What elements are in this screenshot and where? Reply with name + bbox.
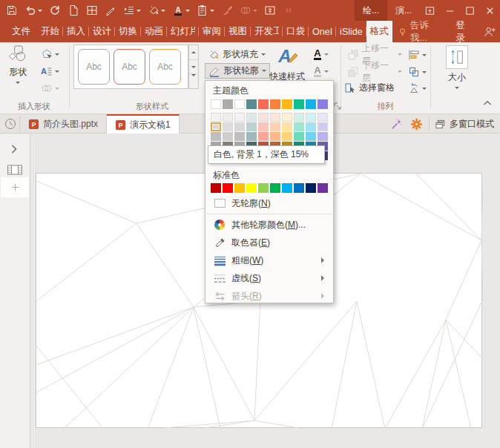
color-swatch[interactable] [234,183,245,193]
brush-pen-icon[interactable] [105,4,116,16]
color-swatch[interactable] [294,132,304,141]
color-swatch[interactable] [282,99,292,109]
document-tab-0[interactable]: P简介头图.pptx [20,114,107,134]
gallery-scroll-down[interactable] [189,60,198,75]
color-swatch[interactable] [318,122,328,131]
color-swatch[interactable] [223,113,233,122]
color-swatch[interactable] [282,122,292,131]
ribbon-tab-8[interactable]: 视图 [225,21,251,42]
color-swatch[interactable] [223,122,233,131]
color-swatch[interactable] [234,132,245,141]
color-swatch[interactable] [306,113,316,122]
color-swatch[interactable] [282,183,292,193]
color-swatch[interactable] [246,132,257,141]
ribbon-tab-5[interactable]: 动画 [141,21,167,42]
ribbon-tab-0[interactable]: 文件 [5,21,37,42]
color-swatch[interactable] [282,113,292,122]
shape-styles-dialog-launcher[interactable] [333,102,342,111]
color-swatch[interactable] [318,113,328,122]
color-swatch[interactable] [282,132,292,141]
color-swatch[interactable] [306,122,316,131]
color-swatch[interactable] [318,132,328,141]
color-swatch[interactable] [270,183,280,193]
color-swatch[interactable] [270,132,280,141]
color-swatch[interactable] [211,183,221,193]
paste-icon[interactable] [197,4,214,16]
ribbon-tab-6[interactable]: 幻灯片 [167,21,199,42]
multi-window-mode-button[interactable]: 多窗口模式 [435,118,497,131]
color-swatch[interactable] [246,113,257,122]
color-swatch[interactable] [246,99,257,109]
fit-window-icon[interactable] [264,4,276,16]
sign-in-button[interactable]: 登录 [449,21,480,42]
color-swatch[interactable] [223,99,233,109]
color-swatch[interactable] [270,99,280,109]
document-tab-1[interactable]: P演示文稿1 [107,114,180,134]
slide-grid-icon[interactable] [86,4,98,16]
color-swatch[interactable] [294,113,304,122]
rotate-button[interactable] [404,80,430,96]
tell-me-button[interactable]: 告诉我... [392,21,450,42]
color-swatch[interactable] [246,122,257,131]
minimize-button[interactable] [440,0,460,21]
new-slide-button[interactable] [1,177,29,197]
gallery-more-button[interactable] [189,74,198,88]
slide-thumbnail-icon[interactable] [7,164,23,176]
undo-icon[interactable] [24,4,42,16]
gallery-scroll-up[interactable] [189,45,198,60]
menu-item-weight[interactable]: 粗细(W) [205,251,333,269]
menu-item-more-outline-colors[interactable]: 其他轮廓颜色(M)... [205,216,333,234]
color-swatch[interactable] [258,99,269,109]
ribbon-tab-13[interactable]: 格式 [366,21,392,42]
ribbon-tab-7[interactable]: 审阅 [199,21,225,42]
color-swatch[interactable] [306,99,316,109]
gear-icon[interactable] [409,116,424,131]
color-swatch[interactable] [223,132,233,141]
color-swatch[interactable] [294,99,304,109]
color-swatch[interactable] [258,183,269,193]
close-button[interactable] [480,0,500,21]
color-swatch[interactable] [306,132,316,141]
save-icon[interactable] [6,4,18,16]
redo-icon[interactable] [49,4,61,16]
gallery-scrollbar[interactable] [188,45,199,89]
color-swatch[interactable] [258,132,269,141]
color-swatch[interactable] [306,183,316,193]
ribbon-tab-3[interactable]: 设计 [89,21,115,42]
contextual-tab-group-label[interactable]: 绘... [355,0,387,21]
color-swatch[interactable] [234,113,245,122]
size-button[interactable]: 大小 [439,45,475,91]
shapes-button[interactable]: 形状 [3,45,33,86]
group-objects-button[interactable] [404,64,430,79]
maximize-button[interactable] [460,0,480,21]
color-swatch[interactable] [211,113,221,122]
color-swatch[interactable] [294,183,304,193]
collapse-ribbon-button[interactable] [483,100,495,109]
color-swatch[interactable] [234,99,245,109]
ribbon-tab-1[interactable]: 开始 [37,21,63,42]
color-swatch[interactable] [294,122,304,131]
magic-wand-icon[interactable] [389,116,404,131]
color-swatch[interactable] [258,122,269,131]
ribbon-tab-11[interactable]: OneI [309,21,336,42]
text-box-button[interactable]: A [35,63,65,79]
shape-style-chip[interactable]: Abc [78,49,110,85]
selection-pane-button[interactable]: 选择窗格 [341,80,402,96]
history-icon[interactable] [4,117,17,131]
expand-panel-chevron-icon[interactable] [11,145,17,154]
edit-shape-button[interactable] [35,46,65,62]
align-button[interactable] [404,47,430,62]
color-swatch[interactable] [211,132,221,141]
fill-bucket-icon[interactable] [148,4,165,16]
account-button[interactable] [480,21,500,42]
color-swatch[interactable] [211,99,221,109]
color-swatch[interactable] [270,113,280,122]
shape-fill-button[interactable]: 形状填充 [205,47,270,62]
color-swatch[interactable] [318,99,328,109]
shape-style-chip[interactable]: Abc [114,49,145,85]
ribbon-tab-4[interactable]: 切换 [115,21,141,42]
ribbon-tab-12[interactable]: iSlide [336,21,366,42]
text-outline-button[interactable]: A [308,64,335,79]
menu-item-dashes[interactable]: 虚线(S) [205,269,333,287]
ribbon-tab-9[interactable]: 开发工具 [251,21,283,42]
